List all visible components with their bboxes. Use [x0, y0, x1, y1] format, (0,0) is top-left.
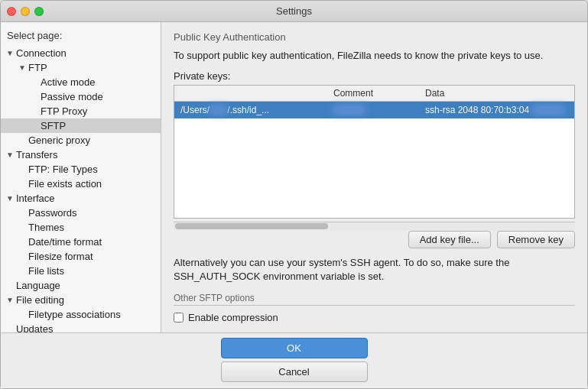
sidebar-item-label: File exists action [28, 178, 161, 190]
sidebar-item-passive-mode[interactable]: Passive mode [1, 89, 161, 104]
key-data: ssh-rsa 2048 80:70:b3:04 ············· [419, 102, 574, 119]
key-comment: ············· [327, 102, 419, 119]
sidebar-item-ftp-file-types[interactable]: FTP: File Types [1, 162, 161, 177]
key-path: /Users/·······/.ssh/id_... [174, 102, 327, 119]
col-path [174, 86, 327, 102]
sidebar-item-file-editing[interactable]: ▼ File editing [1, 293, 161, 307]
sidebar-item-interface[interactable]: ▼ Interface [1, 191, 161, 206]
sidebar-item-label: Passive mode [41, 91, 161, 102]
private-keys-table-container: Comment Data /Users/·······/.ssh/id_... … [174, 85, 575, 218]
key-buttons: Add key file... Remove key [174, 231, 575, 248]
scrollbar-thumb[interactable] [175, 223, 328, 229]
sidebar: Select page: ▼ Connection ▼ FTP Active m… [1, 22, 161, 332]
sidebar-item-updates[interactable]: Updates [1, 322, 161, 332]
sidebar-item-passwords[interactable]: Passwords [1, 206, 161, 220]
sidebar-item-label: Language [16, 280, 161, 291]
title-bar: Settings [1, 1, 587, 22]
sidebar-item-file-lists[interactable]: File lists [1, 264, 161, 278]
col-comment: Comment [327, 86, 419, 102]
settings-window: Settings Select page: ▼ Connection ▼ FTP… [0, 0, 588, 389]
compression-label: Enable compression [188, 312, 278, 323]
scrollbar-area [174, 222, 575, 231]
sidebar-item-ftp[interactable]: ▼ FTP [1, 60, 161, 75]
sidebar-label: Select page: [1, 27, 161, 46]
other-options-header: Other SFTP options [174, 293, 575, 306]
enable-compression-checkbox[interactable] [174, 313, 184, 323]
sidebar-item-label: FTP: File Types [28, 164, 161, 175]
blurred-comment: ············· [333, 105, 366, 115]
blurred-username: ······· [210, 105, 227, 115]
maximize-button[interactable] [34, 7, 44, 16]
sidebar-item-transfers[interactable]: ▼ Transfers [1, 147, 161, 162]
sidebar-item-ftp-proxy[interactable]: FTP Proxy [1, 104, 161, 118]
arrow-icon: ▼ [4, 194, 16, 203]
sidebar-item-filesize-format[interactable]: Filesize format [1, 249, 161, 264]
close-button[interactable] [7, 7, 16, 16]
sidebar-item-active-mode[interactable]: Active mode [1, 75, 161, 89]
ssh-note: Alternatively you can use your system's … [174, 256, 575, 284]
blurred-data: ············· [531, 105, 564, 115]
remove-key-button[interactable]: Remove key [497, 231, 575, 248]
sidebar-item-label: Filetype associations [28, 309, 161, 320]
sidebar-item-label: SFTP [41, 120, 161, 131]
sidebar-item-label: Filesize format [28, 251, 161, 262]
sidebar-item-datetime-format[interactable]: Date/time format [1, 235, 161, 249]
sidebar-item-filetype-associations[interactable]: Filetype associations [1, 307, 161, 322]
col-data: Data [419, 86, 574, 102]
add-key-button[interactable]: Add key file... [408, 231, 491, 248]
sidebar-item-label: Themes [28, 222, 161, 233]
cancel-button[interactable]: Cancel [221, 361, 368, 382]
sidebar-item-label: Transfers [16, 149, 161, 160]
arrow-icon: ▼ [4, 151, 16, 159]
sidebar-item-label: Generic proxy [28, 135, 161, 146]
compression-row: Enable compression [174, 312, 575, 323]
sidebar-item-label: Active mode [41, 76, 161, 88]
private-keys-table: Comment Data /Users/·······/.ssh/id_... … [174, 86, 574, 118]
sidebar-item-file-exists-action[interactable]: File exists action [1, 177, 161, 191]
arrow-icon: ▼ [4, 49, 16, 57]
arrow-icon: ▼ [4, 296, 16, 304]
main-panel: Public Key Authentication To support pub… [161, 22, 587, 332]
footer: OK Cancel [1, 332, 587, 388]
main-content: Select page: ▼ Connection ▼ FTP Active m… [1, 22, 587, 332]
description-text: To support public key authentication, Fi… [174, 49, 575, 63]
table-row[interactable]: /Users/·······/.ssh/id_... ·············… [174, 102, 574, 119]
ok-button[interactable]: OK [221, 338, 368, 358]
window-controls [7, 7, 44, 16]
sidebar-item-language[interactable]: Language [1, 278, 161, 293]
sidebar-item-label: File lists [28, 265, 161, 277]
sidebar-item-label: Interface [16, 193, 161, 204]
private-keys-label: Private keys: [174, 70, 575, 82]
arrow-icon: ▼ [16, 63, 28, 72]
sidebar-item-label: FTP Proxy [41, 105, 161, 117]
sidebar-item-themes[interactable]: Themes [1, 220, 161, 235]
sidebar-item-label: Updates [16, 323, 161, 332]
sidebar-item-label: FTP [28, 62, 161, 73]
sidebar-item-label: Date/time format [28, 236, 161, 248]
sidebar-item-label: Passwords [28, 207, 161, 219]
sidebar-item-generic-proxy[interactable]: Generic proxy [1, 133, 161, 147]
sidebar-item-label: File editing [16, 294, 161, 306]
sidebar-item-connection[interactable]: ▼ Connection [1, 46, 161, 60]
minimize-button[interactable] [21, 7, 30, 16]
sidebar-item-sftp[interactable]: SFTP [1, 118, 161, 133]
section-header: Public Key Authentication [174, 31, 575, 43]
sidebar-item-label: Connection [16, 47, 161, 59]
window-title: Settings [276, 5, 312, 17]
